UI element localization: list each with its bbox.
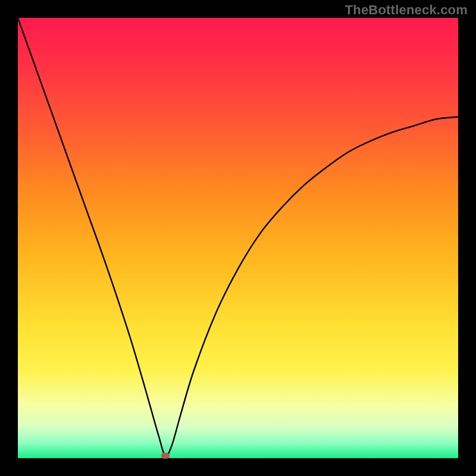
gradient-background xyxy=(18,18,458,458)
watermark-text: TheBottleneck.com xyxy=(345,2,468,18)
optimal-point-marker xyxy=(161,453,170,459)
chart-frame: TheBottleneck.com xyxy=(0,0,476,476)
plot-area xyxy=(18,18,458,458)
gradient-plot-svg xyxy=(18,18,458,458)
